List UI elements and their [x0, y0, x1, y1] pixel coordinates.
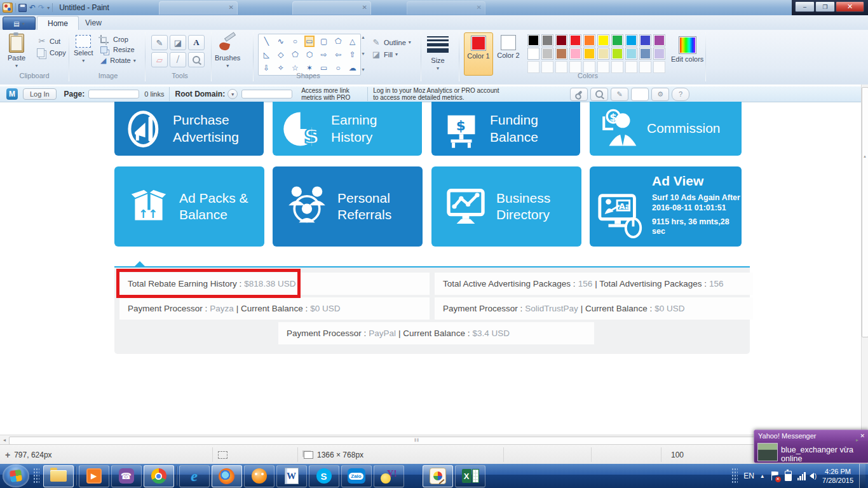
palette-color[interactable] [653, 48, 665, 60]
taskbar-paint[interactable] [423, 465, 453, 487]
clock[interactable]: 4:26 PM 7/28/2015 [822, 467, 853, 485]
color2-button[interactable]: Color 2 [494, 32, 522, 74]
shape-polygon[interactable]: ⬠ [335, 37, 341, 46]
taskbar-skype[interactable]: S [309, 465, 339, 487]
palette-color[interactable] [555, 48, 567, 60]
magnifier-tool[interactable] [188, 52, 205, 67]
maximize-button[interactable]: ❐ [815, 1, 835, 12]
palette-color[interactable] [611, 34, 623, 46]
palette-color[interactable] [541, 48, 553, 60]
redo-icon[interactable]: ↷ [38, 3, 44, 12]
taskbar-chrome[interactable] [144, 465, 174, 487]
close-button[interactable]: ✕ [836, 1, 864, 12]
shape-up-arrow[interactable]: ⇧ [349, 50, 356, 59]
palette-color[interactable] [653, 34, 665, 46]
palette-empty-slot[interactable] [653, 61, 665, 73]
yahoo-messenger-popup[interactable]: Yahoo! Messenger ✕ blue_exchanger vừa on… [754, 430, 868, 463]
text-tool[interactable]: A [188, 35, 205, 50]
palette-color[interactable] [611, 48, 623, 60]
taskbar-viber[interactable]: ☎ [111, 465, 142, 487]
palette-empty-slot[interactable] [541, 61, 553, 73]
start-button[interactable] [3, 464, 29, 487]
shape-right-triangle[interactable]: ◺ [264, 50, 269, 59]
language-indicator[interactable]: EN [743, 471, 754, 480]
shape-down-arrow[interactable]: ⇩ [263, 64, 269, 72]
fill-tool[interactable]: ◪ [170, 35, 186, 50]
shape-rectangle-callout[interactable]: ▭ [320, 64, 327, 72]
moz-help-button[interactable]: ? [672, 88, 689, 101]
resize-button[interactable]: Resize [100, 46, 136, 53]
palette-color[interactable] [597, 34, 609, 46]
moz-search-button[interactable] [590, 88, 608, 101]
page-metric-field[interactable] [88, 90, 139, 98]
tile-ad-view[interactable]: Aa Ad View Surf 10 Ads Again After 2016-… [590, 166, 742, 247]
taskbar-firefox[interactable] [212, 465, 242, 487]
shape-hexagon[interactable]: ⬡ [306, 50, 313, 59]
palette-color[interactable] [569, 34, 581, 46]
brushes-button[interactable]: Brushes▾ [215, 34, 240, 69]
shapes-scroll-buttons[interactable]: ▲▼▼ [361, 35, 365, 72]
taskbar-yahoo-messenger[interactable]: Y! [374, 465, 404, 487]
fill-button[interactable]: ◪Fill▾ [371, 50, 411, 59]
volume-icon[interactable]: ) [811, 473, 817, 480]
network-signal-icon[interactable] [797, 472, 806, 480]
palette-color[interactable] [569, 48, 581, 60]
vertical-scrollbar[interactable]: ▲ [861, 85, 868, 435]
minimize-button[interactable]: – [795, 1, 815, 12]
moz-highlight-button[interactable]: ✎ [611, 88, 628, 101]
shape-five-point-star[interactable]: ☆ [292, 64, 299, 72]
vertical-scroll-thumb[interactable] [862, 87, 868, 337]
shape-rectangle[interactable]: ▭ [306, 37, 313, 46]
shape-cloud-callout[interactable]: ☁ [349, 64, 356, 72]
shape-left-arrow[interactable]: ⇦ [335, 50, 341, 59]
qat-dropdown-icon[interactable]: ▾ [47, 5, 50, 11]
tile-commission[interactable]: $ Commission [590, 102, 742, 156]
tile-ad-packs-balance[interactable]: ↑↑ Ad Packs & Balance [114, 166, 264, 247]
shape-right-arrow[interactable]: ⇨ [321, 50, 327, 59]
moz-blank-button[interactable] [631, 88, 649, 101]
select-button[interactable]: Select▾ [74, 35, 93, 64]
taskbar-file-explorer[interactable] [43, 465, 74, 487]
tile-funding-balance[interactable]: $ Funding Balance [431, 102, 580, 156]
save-icon[interactable] [18, 4, 27, 12]
pencil-tool[interactable]: ✎ [151, 35, 168, 50]
eraser-tool[interactable]: ▱ [151, 52, 168, 67]
palette-color[interactable] [555, 34, 567, 46]
moz-logo-icon[interactable]: M [6, 88, 18, 100]
shape-rounded-rectangle[interactable]: ▢ [320, 37, 327, 46]
shape-ellipse[interactable]: ○ [293, 37, 297, 46]
taskbar-gom-player[interactable] [244, 465, 275, 487]
undo-icon[interactable]: ↶ [29, 3, 36, 12]
outline-button[interactable]: ✎Outline▾ [371, 37, 411, 47]
shape-pentagon[interactable]: ⬠ [292, 50, 298, 59]
tile-earning-history[interactable]: $ Earning History [273, 102, 422, 156]
file-menu-button[interactable]: ▤▾ [3, 17, 36, 30]
root-domain-metric-field[interactable] [241, 90, 292, 98]
tray-chevron-up-icon[interactable]: ▲ [760, 473, 765, 479]
paint-canvas[interactable]: M Log In Page: 0 links Root Domain: ▼ Ac… [0, 85, 862, 435]
palette-color[interactable] [583, 48, 595, 60]
palette-color[interactable] [527, 48, 539, 60]
shape-diamond[interactable]: ◇ [278, 50, 283, 59]
taskbar-zalo[interactable]: Zalo [341, 465, 372, 487]
horizontal-scrollbar[interactable]: ◂ ⦀⦀ ▸ [0, 435, 862, 445]
tab-home[interactable]: Home [37, 16, 79, 30]
palette-color[interactable] [639, 48, 651, 60]
root-domain-dropdown-icon[interactable]: ▼ [227, 89, 238, 99]
copy-button[interactable]: Copy [37, 48, 66, 57]
shape-oval-callout[interactable]: ○ [336, 64, 341, 72]
palette-color[interactable] [541, 34, 553, 46]
crop-button[interactable]: Crop [100, 35, 136, 43]
shape-four-point-star[interactable]: ✧ [278, 64, 284, 72]
scroll-left-icon[interactable]: ◂ [0, 437, 9, 443]
shape-six-point-star[interactable]: ✶ [306, 64, 313, 72]
color1-button[interactable]: Color 1 [464, 32, 493, 76]
palette-empty-slot[interactable] [625, 61, 637, 73]
cut-button[interactable]: ✂Cut [37, 36, 66, 46]
tile-personal-referrals[interactable]: Personal Referrals [273, 166, 423, 247]
taskbar-excel[interactable]: X [455, 465, 485, 487]
palette-color[interactable] [639, 34, 651, 46]
taskbar-word[interactable]: W [276, 465, 307, 487]
shape-curve[interactable]: ∿ [278, 37, 284, 46]
palette-color[interactable] [597, 48, 609, 60]
